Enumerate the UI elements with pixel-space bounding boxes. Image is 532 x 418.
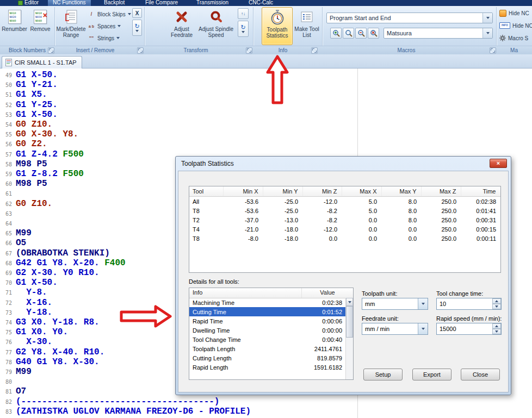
export-button[interactable]: Export xyxy=(412,369,451,380)
macro-find-button-4[interactable] xyxy=(368,28,379,39)
stats-cell: 0:02:38 xyxy=(461,197,500,207)
line-number: 61 xyxy=(1,191,12,197)
dialog-title: Toolpath Statistics xyxy=(181,160,234,167)
line-number: 50 xyxy=(1,82,12,88)
macro-setup-button[interactable]: Macro S xyxy=(499,33,528,43)
make-tool-list-button[interactable]: Make Tool List xyxy=(294,7,320,45)
dialog-close-button[interactable]: × xyxy=(490,159,507,168)
combo-arrow-button[interactable] xyxy=(418,323,428,334)
spin-down-button[interactable] xyxy=(492,304,501,309)
group-label-insert-remove: Insert / Remove xyxy=(54,47,136,53)
setup-button[interactable]: Setup xyxy=(363,369,403,380)
code-line: 49G1 X-50. xyxy=(1,70,58,80)
stats-cell: All xyxy=(189,197,223,207)
ribbon-tab-file-compare[interactable]: File Compare xyxy=(140,0,183,6)
renumber-button[interactable]: N010 N020 N040 Renumber xyxy=(2,7,27,45)
code-text: G1 X5. xyxy=(16,90,47,99)
combo-arrow-button[interactable] xyxy=(482,28,492,38)
scroll-down-button[interactable] xyxy=(346,298,353,306)
details-row[interactable]: Toolpath Length2411.4761 xyxy=(189,344,345,353)
stats-cell: -12.0 xyxy=(302,224,342,234)
spin-down-button[interactable] xyxy=(492,329,501,334)
macro-find-button-2[interactable] xyxy=(343,28,354,39)
delete-x-button[interactable]: X xyxy=(132,8,142,18)
code-segment: (-------------------------------------) xyxy=(16,397,219,407)
toolpath-statistics-button[interactable]: Toolpath Statistics xyxy=(262,7,293,45)
code-text: G1 Z-4.2 F500 xyxy=(16,149,84,159)
machine-select-combo[interactable]: Matsuura xyxy=(383,28,493,39)
ribbon-tab-editor[interactable]: Editor xyxy=(13,0,44,6)
reapply-split-button[interactable]: ↻ xyxy=(132,20,142,36)
dialog-launcher-icon[interactable] xyxy=(311,47,318,54)
feedrate-unit-combo[interactable]: mm / min xyxy=(362,323,428,335)
hide-nc-button-2[interactable]: INFO Hide NC xyxy=(499,20,532,31)
combo-arrow-button[interactable] xyxy=(482,13,492,23)
strings-menu[interactable]: "" Strings xyxy=(88,33,131,43)
document-tab[interactable]: CIR SMALL 1 - S1.TAP xyxy=(2,56,82,68)
ribbon-tab-nc-functions[interactable]: NC Functions xyxy=(48,0,91,6)
spin-up-button[interactable] xyxy=(492,298,501,304)
details-scrollbar[interactable] xyxy=(345,298,353,379)
code-line: 56G0 Z2. xyxy=(1,139,47,149)
ribbon-tab-transmission[interactable]: Transmission xyxy=(191,0,233,6)
code-text: X-30. xyxy=(16,337,52,347)
adjust-feedrate-label: Adjust Feedrate xyxy=(166,26,197,38)
macro-find-button-1[interactable] xyxy=(330,28,342,39)
arrow-down-icon xyxy=(495,330,498,333)
ribbon-tab-backplot[interactable]: Backplot xyxy=(99,0,129,6)
details-row[interactable]: Dwelling Time0:00:00 xyxy=(189,326,345,335)
details-row[interactable]: Tool Change Time0:00:40 xyxy=(189,335,345,344)
details-row[interactable]: Rapid Time0:00:06 xyxy=(189,316,345,326)
macro-find-button-3[interactable] xyxy=(355,28,367,39)
scrollbar-thumb[interactable] xyxy=(346,306,353,338)
stats-cell: 250.0 xyxy=(421,206,461,215)
mark-delete-range-button[interactable]: Mark/Delete Range xyxy=(57,7,85,45)
code-segment: G1 X0. Y0. xyxy=(16,327,68,337)
block-skips-menu[interactable]: / Block Skips xyxy=(88,9,131,20)
details-row[interactable]: Rapid Length1591.6182 xyxy=(189,363,345,372)
feed-updown-button[interactable]: ↑↓ xyxy=(238,8,249,19)
code-text: G1 X0. Y0. xyxy=(16,327,68,337)
stats-cell: -53.6 xyxy=(223,206,263,215)
code-line: 83(ZATHISTKA UGLOV KARMANA FREZOY-D6 - P… xyxy=(1,406,251,416)
adjust-feedrate-button[interactable]: Adjust Feedrate xyxy=(166,7,197,45)
code-line: 79M99 xyxy=(1,366,32,377)
spinner-buttons[interactable] xyxy=(492,298,501,309)
close-button[interactable]: Close xyxy=(461,369,500,380)
line-number: 63 xyxy=(1,211,12,217)
list-icon xyxy=(300,10,313,23)
icon-text: N020 xyxy=(10,15,20,19)
spin-up-button[interactable] xyxy=(492,323,501,329)
dialog-launcher-icon[interactable] xyxy=(48,47,54,54)
code-line: 77G2 Y8. X-40. R10. xyxy=(1,347,104,357)
macro-select-combo[interactable]: Program Start and End xyxy=(326,13,493,23)
group-separator xyxy=(496,7,497,51)
dialog-launcher-icon[interactable] xyxy=(246,47,252,54)
dialog-launcher-icon[interactable] xyxy=(490,47,496,54)
details-row[interactable]: Cutting Time0:01:52 xyxy=(189,307,345,316)
adjust-spindle-speed-button[interactable]: Adjust Spindle Speed xyxy=(199,7,233,45)
toolpath-unit-combo[interactable]: mm xyxy=(362,298,428,310)
line-number: 58 xyxy=(1,161,12,167)
dialog-launcher-icon[interactable] xyxy=(137,47,144,54)
transform-reapply-button[interactable]: ↻ xyxy=(238,21,249,37)
remove-block-numbers-button[interactable]: N010 N030 N040 × Remove xyxy=(28,7,53,45)
rapid-speed-input[interactable]: 15000 xyxy=(436,323,502,335)
tool-change-time-input[interactable]: 10 xyxy=(436,298,502,310)
combo-arrow-button[interactable] xyxy=(418,298,428,309)
stats-row: T4-21.0-18.0-12.00.00.0250.00:00:15 xyxy=(189,224,500,234)
details-row[interactable]: Cutting Length819.8579 xyxy=(189,353,345,363)
ribbon-tab-cnc-calc[interactable]: CNC-Calc xyxy=(244,0,278,6)
code-line: 61 xyxy=(1,188,16,198)
stats-cell: 5.0 xyxy=(342,197,381,207)
hide-nc-button-1[interactable]: Hide NC xyxy=(499,8,529,18)
spinner-buttons[interactable] xyxy=(492,323,501,334)
stats-cell: 250.0 xyxy=(421,215,461,224)
code-line: 54G0 Z10. xyxy=(1,119,52,129)
code-segment: G1 X-50. xyxy=(16,70,58,80)
ribbon-group-labels: Block Numbers Insert / Remove Transform … xyxy=(0,46,532,54)
details-row[interactable]: Machining Time0:02:38 xyxy=(189,298,345,307)
spaces-menu[interactable]: a b Spaces xyxy=(88,21,131,32)
line-number: 59 xyxy=(1,171,12,177)
stats-cell: 0:00:31 xyxy=(461,215,500,224)
